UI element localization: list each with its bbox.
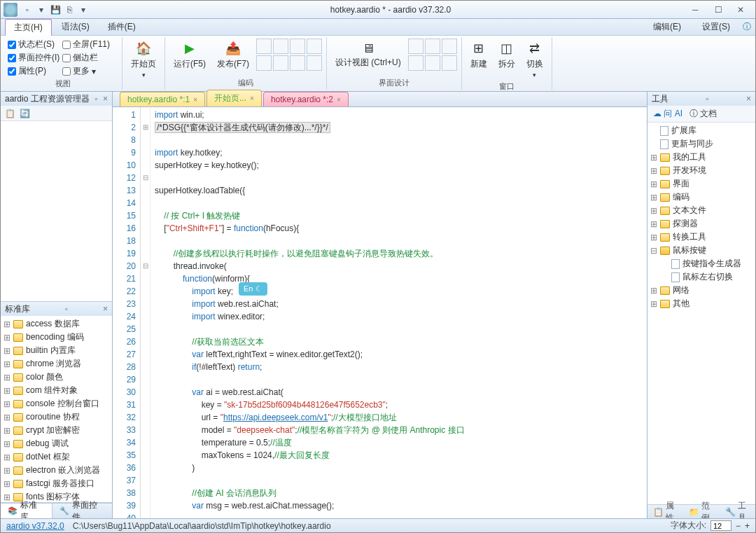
btn-design[interactable]: 🖥设计视图 (Ctrl+U) xyxy=(331,39,405,69)
newwin-icon: ⊞ xyxy=(470,40,487,57)
help-icon[interactable]: ⓘ xyxy=(743,21,751,33)
tab-file-2[interactable]: hotkey.aardio *:2× xyxy=(263,92,349,106)
tab-close-icon[interactable]: × xyxy=(337,96,341,104)
tool-item[interactable]: ⊞转换工具 xyxy=(649,230,754,244)
tool-item[interactable]: ⊞界面 xyxy=(649,177,754,191)
tool-btn-2[interactable] xyxy=(273,39,288,54)
tools-close-icon[interactable]: × xyxy=(746,94,751,104)
ask-ai-link[interactable]: ☁ 问 AI xyxy=(653,108,682,120)
rtab-tool[interactable]: 🔧工具 xyxy=(720,505,755,518)
qat-saveall-icon[interactable]: ⎘ xyxy=(64,4,75,15)
tool-item[interactable]: ⊞网络 xyxy=(649,284,754,297)
rtab-sample[interactable]: 📁范例 xyxy=(683,505,719,518)
minimize-icon[interactable]: ─ xyxy=(692,5,702,15)
tool-item[interactable]: ⊟鼠标按键 xyxy=(649,244,754,257)
tool-item[interactable]: ⊞开发环境 xyxy=(649,164,754,177)
chk-fullscreen[interactable]: 全屏(F11) xyxy=(62,39,110,50)
menu-syntax[interactable]: 语法(S) xyxy=(53,19,98,35)
project-close-icon[interactable]: × xyxy=(103,94,108,104)
close-icon[interactable]: ✕ xyxy=(737,5,747,15)
lib-item[interactable]: ⊞console 控制台窗口 xyxy=(2,397,111,410)
maximize-icon[interactable]: ☐ xyxy=(715,5,724,15)
menu-edit[interactable]: 编辑(E) xyxy=(645,19,690,35)
dsg-btn-5[interactable] xyxy=(425,55,440,71)
lib-item[interactable]: ⊞builtin 内置库 xyxy=(2,344,111,357)
tool-btn-3[interactable] xyxy=(290,39,305,54)
menu-plugin[interactable]: 插件(E) xyxy=(99,19,144,35)
lib-tree[interactable]: ⊞access 数据库⊞bencoding 编码⊞builtin 内置库⊞chr… xyxy=(1,316,112,502)
lib-item[interactable]: ⊞coroutine 协程 xyxy=(2,410,111,424)
status-version[interactable]: aardio v37.32.0 xyxy=(6,521,64,531)
tool-btn-8[interactable] xyxy=(307,55,322,71)
chk-sidebar[interactable]: 侧边栏 xyxy=(62,52,110,64)
btn-run[interactable]: ▶运行(F5) xyxy=(169,39,210,71)
lib-item[interactable]: ⊞debug 调试 xyxy=(2,437,111,450)
btn-split[interactable]: ◫拆分 xyxy=(494,39,519,71)
tool-item[interactable]: ⊞探测器 xyxy=(649,217,754,230)
lib-item[interactable]: ⊞bencoding 编码 xyxy=(2,331,111,344)
btn-publish[interactable]: 📤发布(F7) xyxy=(213,39,253,71)
font-size-input[interactable] xyxy=(710,520,732,531)
group-view-title: 视图 xyxy=(8,77,118,89)
tab-close-icon[interactable]: × xyxy=(193,96,197,104)
dsg-btn-2[interactable] xyxy=(425,39,440,54)
dsg-btn-3[interactable] xyxy=(442,39,457,54)
chk-more[interactable]: 更多▾ xyxy=(62,65,110,77)
app-logo xyxy=(4,3,18,17)
tab-close-icon[interactable]: × xyxy=(250,95,254,102)
tab-file-1[interactable]: hotkey.aardio *:1× xyxy=(120,92,205,106)
play-icon: ▶ xyxy=(181,40,198,57)
zoom-in-icon[interactable]: + xyxy=(745,521,750,531)
tool-item[interactable]: 鼠标左右切换 xyxy=(649,270,754,284)
lib-item[interactable]: ⊞color 颜色 xyxy=(2,371,111,384)
qat-new-icon[interactable]: ▫ xyxy=(22,4,33,15)
lib-item[interactable]: ⊞fastcgi 服务器接口 xyxy=(2,477,111,490)
menu-settings[interactable]: 设置(S) xyxy=(694,19,738,35)
tab-uicontrols[interactable]: 🔧界面控件 xyxy=(52,504,112,518)
lib-item[interactable]: ⊞dotNet 框架 xyxy=(2,450,111,464)
lib-item[interactable]: ⊞chrome 浏览器 xyxy=(2,357,111,371)
proj-tool-2[interactable]: 🔄 xyxy=(20,109,30,118)
proj-tool-1[interactable]: 📋 xyxy=(5,109,15,118)
qat-save-icon[interactable]: 💾 xyxy=(50,4,61,15)
dsg-btn-6[interactable] xyxy=(442,55,457,71)
tool-item[interactable]: ⊞其他 xyxy=(649,297,754,310)
tool-item[interactable]: 扩展库 xyxy=(649,124,754,137)
tool-item[interactable]: 按键指令生成器 xyxy=(649,257,754,270)
btn-startpage[interactable]: 🏠开始页▾ xyxy=(127,39,160,80)
zoom-out-icon[interactable]: − xyxy=(736,521,741,531)
tool-btn-7[interactable] xyxy=(290,55,305,71)
lib-item[interactable]: ⊞electron 嵌入浏览器 xyxy=(2,464,111,477)
tab-startpage[interactable]: 开始页...× xyxy=(206,90,262,106)
project-tree[interactable] xyxy=(1,121,112,301)
chk-layout[interactable]: 界面控件(I) xyxy=(8,52,59,64)
code-editor[interactable]: 1289101213141516181920212223242526272829… xyxy=(113,107,647,518)
rtab-attr[interactable]: 📋属性 xyxy=(648,505,683,518)
fold-column[interactable]: ⊞⊟⊟ xyxy=(141,107,150,518)
dsg-btn-1[interactable] xyxy=(408,39,424,54)
menu-home[interactable]: 主页(H) xyxy=(5,19,52,36)
dsg-btn-4[interactable] xyxy=(408,55,424,71)
chk-attr[interactable]: 属性(P) xyxy=(8,65,59,77)
qat-dropdown-icon[interactable]: ▾ xyxy=(78,4,89,15)
chk-status[interactable]: 状态栏(S) xyxy=(8,39,59,50)
doc-link[interactable]: ⓘ 文档 xyxy=(690,108,717,120)
tool-btn-5[interactable] xyxy=(256,55,272,71)
qat-open-icon[interactable]: ▾ xyxy=(36,4,47,15)
btn-new-win[interactable]: ⊞新建 xyxy=(466,39,491,71)
home-icon: 🏠 xyxy=(135,40,152,57)
tool-btn-4[interactable] xyxy=(307,39,322,54)
lib-item[interactable]: ⊞crypt 加密解密 xyxy=(2,424,111,437)
tool-item[interactable]: ⊞编码 xyxy=(649,191,754,204)
lib-close-icon[interactable]: × xyxy=(103,304,108,314)
tool-btn-1[interactable] xyxy=(256,39,272,54)
tools-tree[interactable]: 扩展库更新与同步⊞我的工具⊞开发环境⊞界面⊞编码⊞文本文件⊞探测器⊞转换工具⊟鼠… xyxy=(648,123,755,504)
tool-item[interactable]: ⊞文本文件 xyxy=(649,204,754,217)
tool-btn-6[interactable] xyxy=(273,55,288,71)
lib-item[interactable]: ⊞access 数据库 xyxy=(2,317,111,331)
tool-item[interactable]: ⊞我的工具 xyxy=(649,151,754,164)
btn-switch[interactable]: ⇄切换▾ xyxy=(522,39,547,80)
lib-item[interactable]: ⊞com 组件对象 xyxy=(2,384,111,397)
tool-item[interactable]: 更新与同步 xyxy=(649,137,754,151)
tab-stdlib[interactable]: 📚标准库 xyxy=(1,504,52,518)
